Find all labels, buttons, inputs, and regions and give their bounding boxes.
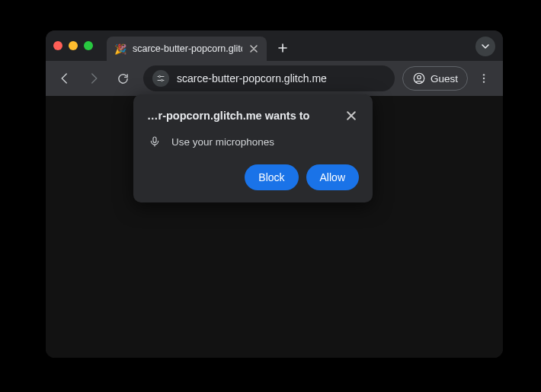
page-content: …r-popcorn.glitch.me wants to Use your m… (46, 96, 503, 358)
svg-point-5 (483, 78, 485, 79)
svg-point-1 (161, 79, 162, 81)
window-controls (53, 41, 93, 50)
tab-strip: 🎉 scarce-butter-popcorn.glitch (46, 30, 503, 61)
profile-button[interactable]: Guest (402, 66, 468, 91)
forward-button[interactable] (81, 65, 107, 91)
permission-item-label: Use your microphones (171, 136, 274, 148)
svg-rect-7 (153, 137, 156, 142)
site-settings-icon[interactable] (152, 70, 169, 87)
svg-point-6 (483, 81, 485, 82)
block-button[interactable]: Block (245, 164, 298, 190)
browser-menu-button[interactable] (471, 65, 497, 91)
browser-window: 🎉 scarce-butter-popcorn.glitch scarce-b (46, 30, 503, 358)
close-tab-button[interactable] (248, 43, 259, 54)
tab-search-button[interactable] (475, 37, 495, 56)
close-dialog-button[interactable] (344, 108, 359, 123)
url-text: scarce-butter-popcorn.glitch.me (177, 72, 327, 84)
tab-favicon-icon: 🎉 (114, 43, 126, 55)
browser-tab[interactable]: 🎉 scarce-butter-popcorn.glitch (107, 37, 267, 61)
toolbar: scarce-butter-popcorn.glitch.me Guest (46, 61, 503, 96)
svg-point-4 (483, 74, 485, 75)
microphone-icon (149, 135, 161, 148)
allow-button[interactable]: Allow (306, 164, 359, 190)
permission-dialog: …r-popcorn.glitch.me wants to Use your m… (133, 94, 373, 202)
maximize-window-button[interactable] (84, 41, 93, 50)
permission-item: Use your microphones (147, 135, 359, 148)
profile-label: Guest (431, 73, 458, 84)
reload-button[interactable] (110, 65, 136, 91)
permission-title: …r-popcorn.glitch.me wants to (147, 110, 309, 122)
minimize-window-button[interactable] (69, 41, 78, 50)
new-tab-button[interactable] (273, 38, 293, 58)
tab-title: scarce-butter-popcorn.glitch (133, 43, 242, 54)
back-button[interactable] (52, 65, 78, 91)
close-window-button[interactable] (53, 41, 62, 50)
guest-icon (412, 72, 426, 85)
svg-point-3 (418, 75, 421, 79)
svg-point-0 (158, 75, 160, 77)
address-bar[interactable]: scarce-butter-popcorn.glitch.me (143, 65, 395, 91)
